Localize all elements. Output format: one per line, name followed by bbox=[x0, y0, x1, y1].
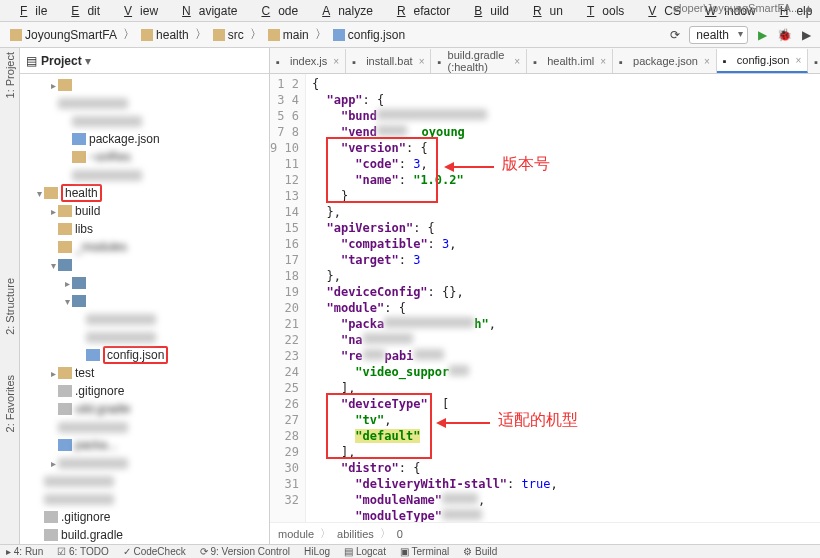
close-icon[interactable]: × bbox=[333, 56, 339, 67]
tree-node[interactable]: ▸build bbox=[20, 202, 269, 220]
status-item[interactable]: ⚙ Build bbox=[463, 546, 497, 557]
breadcrumb-item[interactable]: config.json bbox=[329, 27, 409, 43]
line-gutter: 1 2 3 4 5 6 7 8 9 10 11 12 13 14 15 16 1… bbox=[270, 74, 306, 522]
tree-node[interactable]: build.gradle bbox=[20, 526, 269, 544]
tree-node[interactable]: config.json bbox=[20, 346, 269, 364]
file-icon bbox=[58, 241, 72, 253]
file-icon bbox=[72, 133, 86, 145]
editor-tab[interactable]: ▪index.js× bbox=[270, 49, 346, 73]
annotation-label-version: 版本号 bbox=[502, 156, 550, 172]
status-item[interactable]: ▤ Logcat bbox=[344, 546, 386, 557]
file-icon: ▪ bbox=[352, 56, 362, 66]
debug-button[interactable]: 🐞 bbox=[776, 27, 792, 43]
run-config-combo[interactable]: nealth bbox=[689, 26, 748, 44]
tree-node[interactable]: ~onRes bbox=[20, 148, 269, 166]
tree-node[interactable] bbox=[20, 328, 269, 346]
close-icon[interactable]: × bbox=[600, 56, 606, 67]
tree-node[interactable]: uild.gradle bbox=[20, 400, 269, 418]
breadcrumb-item[interactable]: JoyoungSmartFA bbox=[6, 27, 121, 43]
file-icon: ▪ bbox=[723, 55, 733, 65]
file-icon bbox=[58, 79, 72, 91]
editor-crumb-item[interactable]: 0 bbox=[397, 528, 403, 540]
folder-icon: ▤ bbox=[26, 54, 37, 68]
tree-node[interactable] bbox=[20, 94, 269, 112]
project-tree[interactable]: ▸package.json~onRes▾health▸buildlibs _mo… bbox=[20, 74, 269, 544]
project-view-mode[interactable]: Project bbox=[41, 54, 91, 68]
file-icon bbox=[58, 205, 72, 217]
editor-tab[interactable]: ▪build.gradle (:health)× bbox=[431, 49, 527, 73]
file-icon bbox=[58, 259, 72, 271]
annotation-arrow-line bbox=[454, 166, 494, 168]
status-item[interactable]: ⟳ 9: Version Control bbox=[200, 546, 290, 557]
editor-tab[interactable]: ▪config.json× bbox=[717, 49, 808, 73]
tree-node[interactable]: libs bbox=[20, 220, 269, 238]
editor-tab[interactable]: ▪health.iml× bbox=[527, 49, 613, 73]
menu-run[interactable]: Run bbox=[517, 2, 571, 20]
tree-node[interactable] bbox=[20, 112, 269, 130]
annotation-arrow-icon bbox=[436, 418, 446, 428]
tree-node[interactable] bbox=[20, 166, 269, 184]
project-tree-panel: ▤ Project ▸package.json~onRes▾health▸bui… bbox=[20, 48, 270, 544]
structure-tool-tab[interactable]: 2: Structure bbox=[4, 278, 16, 335]
run-button[interactable]: ▶ bbox=[754, 27, 770, 43]
sync-icon[interactable]: ⟳ bbox=[667, 27, 683, 43]
breadcrumb[interactable]: JoyoungSmartFA〉health〉src〉main〉config.js… bbox=[6, 26, 409, 43]
coverage-button[interactable]: ▶ bbox=[798, 27, 814, 43]
status-item[interactable]: ☑ 6: TODO bbox=[57, 546, 108, 557]
menu-refactor[interactable]: Refactor bbox=[381, 2, 458, 20]
folder-icon bbox=[213, 29, 225, 41]
code-editor[interactable]: 1 2 3 4 5 6 7 8 9 10 11 12 13 14 15 16 1… bbox=[270, 74, 820, 522]
editor-tab[interactable]: ▪.gitig× bbox=[808, 49, 820, 73]
tree-node[interactable]: ▸ bbox=[20, 274, 269, 292]
tree-node[interactable]: package.json bbox=[20, 130, 269, 148]
menu-tools[interactable]: Tools bbox=[571, 2, 632, 20]
tree-node[interactable]: .gitignore bbox=[20, 508, 269, 526]
breadcrumb-item[interactable]: src bbox=[209, 27, 248, 43]
file-icon bbox=[58, 367, 72, 379]
editor-tab[interactable]: ▪install.bat× bbox=[346, 49, 431, 73]
menu-edit[interactable]: Edit bbox=[55, 2, 108, 20]
file-icon bbox=[86, 349, 100, 361]
menu-code[interactable]: Code bbox=[245, 2, 306, 20]
favorites-tool-tab[interactable]: 2: Favorites bbox=[4, 375, 16, 432]
editor-tabs: ▪index.js×▪install.bat×▪build.gradle (:h… bbox=[270, 48, 820, 74]
tree-node[interactable]: ▾ bbox=[20, 256, 269, 274]
editor-breadcrumb[interactable]: module〉abilities〉0 bbox=[270, 522, 820, 544]
status-item[interactable]: ▸ 4: Run bbox=[6, 546, 43, 557]
breadcrumb-item[interactable]: health bbox=[137, 27, 193, 43]
status-item[interactable]: HiLog bbox=[304, 546, 330, 557]
tree-node[interactable]: ▸ bbox=[20, 76, 269, 94]
close-icon[interactable]: × bbox=[795, 55, 801, 66]
menu-view[interactable]: View bbox=[108, 2, 166, 20]
folder-icon bbox=[10, 29, 22, 41]
tree-node[interactable]: _modules bbox=[20, 238, 269, 256]
status-item[interactable]: ▣ Terminal bbox=[400, 546, 449, 557]
menu-build[interactable]: Build bbox=[458, 2, 517, 20]
tree-node[interactable]: ▾ bbox=[20, 292, 269, 310]
tree-node[interactable] bbox=[20, 490, 269, 508]
tree-node[interactable]: packa... bbox=[20, 436, 269, 454]
editor-tab[interactable]: ▪package.json× bbox=[613, 49, 717, 73]
editor-crumb-item[interactable]: abilities bbox=[337, 528, 374, 540]
close-icon[interactable]: × bbox=[419, 56, 425, 67]
tree-node[interactable]: ▸ bbox=[20, 454, 269, 472]
breadcrumb-item[interactable]: main bbox=[264, 27, 313, 43]
tree-node[interactable]: ▾health bbox=[20, 184, 269, 202]
menu-file[interactable]: File bbox=[4, 2, 55, 20]
status-item[interactable]: ✓ CodeCheck bbox=[123, 546, 186, 557]
editor-crumb-item[interactable]: module bbox=[278, 528, 314, 540]
project-tree-header[interactable]: ▤ Project bbox=[20, 48, 269, 74]
file-icon bbox=[44, 187, 58, 199]
close-icon[interactable]: × bbox=[704, 56, 710, 67]
menu-analyze[interactable]: Analyze bbox=[306, 2, 381, 20]
menu-navigate[interactable]: Navigate bbox=[166, 2, 245, 20]
code-content[interactable]: { "app": { "bund "vend oyoung "version":… bbox=[306, 74, 820, 522]
annotation-arrow-line bbox=[446, 422, 490, 424]
tree-node[interactable] bbox=[20, 472, 269, 490]
tree-node[interactable] bbox=[20, 310, 269, 328]
close-icon[interactable]: × bbox=[514, 56, 520, 67]
tree-node[interactable]: .gitignore bbox=[20, 382, 269, 400]
tree-node[interactable] bbox=[20, 418, 269, 436]
project-tool-tab[interactable]: 1: Project bbox=[4, 52, 16, 98]
tree-node[interactable]: ▸test bbox=[20, 364, 269, 382]
